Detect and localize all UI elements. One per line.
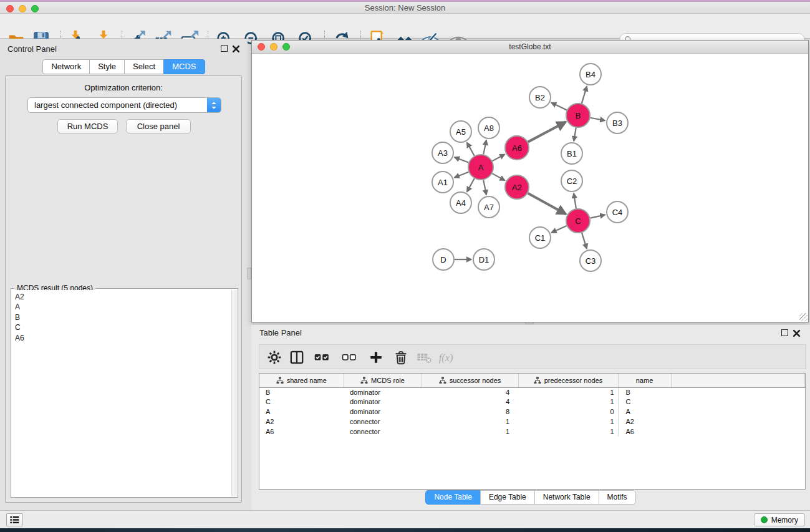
- graph-node-D1[interactable]: D1: [473, 249, 494, 270]
- gear-icon[interactable]: [264, 347, 285, 368]
- svg-text:C4: C4: [612, 208, 623, 217]
- edge-B-B1[interactable]: [574, 128, 576, 142]
- column-header-MCDS-role[interactable]: MCDS role: [344, 374, 422, 387]
- tab-network[interactable]: Network: [42, 59, 90, 74]
- svg-text:B: B: [576, 111, 581, 120]
- svg-text:B2: B2: [535, 93, 545, 102]
- select-all-checkboxes-icon[interactable]: [311, 347, 332, 368]
- result-item[interactable]: A6: [15, 333, 231, 343]
- vertical-splitter-grip[interactable]: [247, 268, 251, 279]
- table-row[interactable]: A2connector11A2: [259, 417, 805, 427]
- graph-node-C4[interactable]: C4: [607, 201, 628, 223]
- tab-edge-table[interactable]: Edge Table: [480, 490, 535, 505]
- mcds-result-list[interactable]: A2ABCA6: [12, 290, 231, 496]
- memory-button[interactable]: Memory: [754, 513, 805, 526]
- edge-A-A1[interactable]: [455, 172, 469, 178]
- edge-C-C3[interactable]: [582, 233, 587, 249]
- network-minimize-traffic-light[interactable]: [270, 43, 277, 51]
- edge-A-A6[interactable]: [493, 154, 505, 161]
- show-panels-list-button[interactable]: [6, 513, 23, 526]
- edge-B-B3[interactable]: [591, 118, 605, 121]
- run-mcds-button[interactable]: Run MCDS: [57, 119, 118, 133]
- network-window-titlebar[interactable]: testGlobe.txt: [252, 41, 808, 54]
- table-row[interactable]: Adominator80A: [259, 407, 805, 417]
- close-panel-icon[interactable]: [232, 45, 240, 53]
- close-table-panel-icon[interactable]: [793, 329, 801, 337]
- column-header-shared-name[interactable]: shared name: [259, 374, 344, 387]
- tab-style[interactable]: Style: [89, 59, 125, 74]
- table-row[interactable]: Bdominator41B: [259, 387, 805, 397]
- svg-text:A6: A6: [512, 143, 522, 153]
- graph-node-D[interactable]: D: [433, 249, 454, 270]
- edge-A-A4[interactable]: [467, 178, 475, 191]
- minimize-traffic-light[interactable]: [19, 5, 26, 12]
- graph-node-B4[interactable]: B4: [580, 64, 601, 85]
- tab-motifs[interactable]: Motifs: [599, 490, 636, 505]
- window-controls[interactable]: [6, 5, 39, 12]
- graph-node-C1[interactable]: C1: [529, 227, 551, 248]
- svg-text:B4: B4: [586, 70, 595, 79]
- close-panel-button[interactable]: Close panel: [126, 119, 191, 133]
- graph-node-C2[interactable]: C2: [561, 170, 582, 191]
- close-traffic-light[interactable]: [6, 5, 14, 12]
- column-header-predecessor-nodes[interactable]: predecessor nodes: [518, 374, 618, 387]
- result-item[interactable]: A: [15, 302, 231, 312]
- graph-node-A7[interactable]: A7: [478, 196, 499, 218]
- edge-C-C4[interactable]: [591, 215, 605, 218]
- table-row[interactable]: Cdominator41C: [259, 397, 805, 407]
- graph-node-B3[interactable]: B3: [607, 112, 628, 133]
- svg-text:A4: A4: [456, 198, 466, 208]
- result-item[interactable]: A2: [15, 292, 231, 302]
- edge-A-A7[interactable]: [483, 180, 486, 195]
- columns-icon[interactable]: [286, 347, 307, 368]
- graph-node-A3[interactable]: A3: [432, 142, 453, 163]
- tab-network-table[interactable]: Network Table: [534, 490, 599, 505]
- float-panel-icon[interactable]: [221, 45, 228, 52]
- zoom-traffic-light[interactable]: [31, 5, 39, 12]
- deselect-all-checkboxes-icon[interactable]: [339, 347, 360, 368]
- network-canvas[interactable]: AA1A2A3A4A5A6A7A8BB1B2B3B4CC1C2C3C4DD1: [252, 54, 808, 322]
- tab-node-table[interactable]: Node Table: [425, 490, 481, 505]
- graph-node-A5[interactable]: A5: [450, 121, 471, 142]
- edge-B-B4[interactable]: [582, 86, 587, 104]
- edge-A-A5[interactable]: [467, 142, 475, 155]
- edge-A2-C[interactable]: [528, 193, 566, 215]
- network-window-title: testGlobe.txt: [252, 41, 808, 54]
- graph-node-A1[interactable]: A1: [432, 172, 453, 193]
- graph-node-A6[interactable]: A6: [505, 136, 529, 160]
- column-header-successor-nodes[interactable]: successor nodes: [422, 374, 518, 387]
- edge-C-C2[interactable]: [574, 193, 576, 208]
- list-icon: [9, 515, 20, 525]
- optimization-select[interactable]: largest connected component (directed): [27, 97, 221, 113]
- graph-node-C3[interactable]: C3: [580, 250, 601, 271]
- graph-node-C[interactable]: C: [566, 209, 590, 233]
- edge-A-A8[interactable]: [483, 140, 486, 155]
- edge-C-C1[interactable]: [551, 226, 566, 233]
- result-item[interactable]: C: [15, 322, 231, 332]
- edge-A-A2[interactable]: [492, 173, 504, 180]
- graph-node-A2[interactable]: A2: [505, 175, 529, 199]
- network-graph[interactable]: AA1A2A3A4A5A6A7A8BB1B2B3B4CC1C2C3C4DD1: [252, 54, 808, 322]
- column-header-name[interactable]: name: [618, 374, 671, 387]
- graph-node-A[interactable]: A: [468, 155, 493, 180]
- result-item[interactable]: B: [15, 312, 231, 322]
- table-header-row[interactable]: shared nameMCDS rolesuccessor nodesprede…: [259, 374, 805, 387]
- network-close-traffic-light[interactable]: [258, 43, 265, 51]
- graph-node-A4[interactable]: A4: [450, 192, 471, 213]
- graph-node-A8[interactable]: A8: [478, 117, 499, 138]
- delete-column-icon[interactable]: [390, 347, 412, 368]
- graph-node-B[interactable]: B: [566, 104, 590, 127]
- table-row[interactable]: A6connector11A6: [259, 427, 805, 437]
- graph-node-B2[interactable]: B2: [529, 87, 551, 108]
- edge-A-A3[interactable]: [455, 157, 469, 163]
- graph-node-B1[interactable]: B1: [561, 143, 582, 164]
- tab-select[interactable]: Select: [124, 59, 164, 74]
- edge-B-B2[interactable]: [551, 103, 567, 110]
- edge-A6-B[interactable]: [528, 122, 566, 142]
- result-scrollbar[interactable]: [231, 290, 237, 496]
- window-resize-grip[interactable]: [799, 313, 808, 321]
- add-column-icon[interactable]: [365, 347, 387, 368]
- tab-mcds[interactable]: MCDS: [163, 59, 205, 74]
- float-table-panel-icon[interactable]: [781, 329, 788, 336]
- network-zoom-traffic-light[interactable]: [282, 43, 290, 51]
